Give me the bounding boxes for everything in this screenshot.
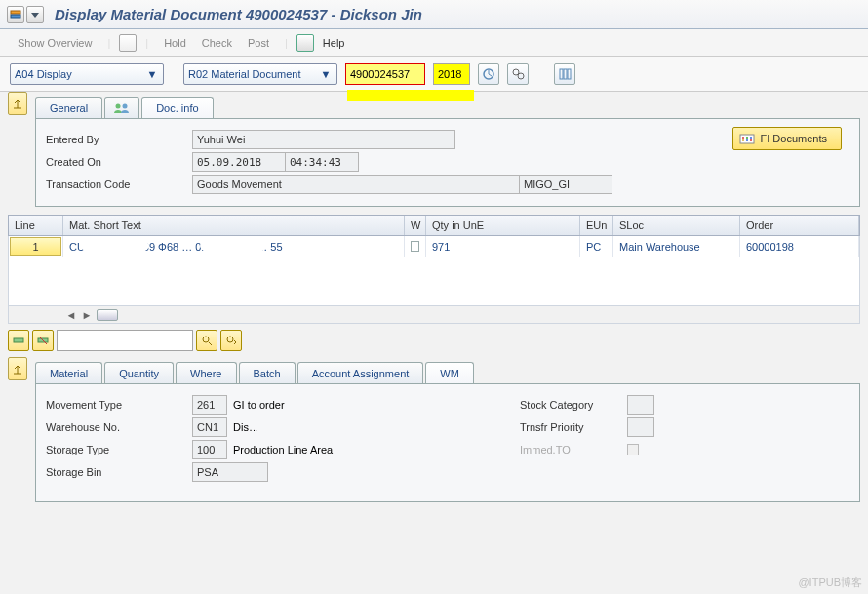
find-toolbar	[8, 330, 860, 351]
title-bar: Display Material Document 4900024537 - D…	[0, 0, 868, 29]
immed-checkbox	[627, 444, 639, 455]
created-on-label: Created On	[46, 156, 192, 168]
tab-docinfo[interactable]: Doc. info	[141, 97, 213, 118]
table-row[interactable]: 1 CU Length … 189 Φ68 … 0.75 … 15.5 … 55…	[8, 236, 860, 257]
find-btn-icon[interactable]	[196, 330, 217, 351]
stype-label: Storage Type	[46, 444, 192, 455]
order-value[interactable]: 60000198	[740, 236, 859, 257]
mvt-value: 261	[192, 395, 227, 415]
mvt-text: GI to order	[227, 399, 291, 411]
svg-point-14	[746, 137, 748, 139]
system-menu-icon[interactable]	[7, 6, 24, 23]
tab-material[interactable]: Material	[35, 362, 102, 383]
immed-label: Immed.TO	[520, 444, 627, 455]
whs-value: CN1	[192, 417, 227, 437]
fi-documents-button[interactable]: FI Documents	[732, 127, 842, 150]
tab-batch[interactable]: Batch	[239, 362, 296, 383]
tab-quantity[interactable]: Quantity	[104, 362, 174, 383]
scroll-right-icon[interactable]: ►	[79, 307, 95, 323]
entered-by-label: Entered By	[46, 134, 192, 145]
tabstrip-bottom: Material Quantity Where Batch Account As…	[35, 361, 860, 384]
watermark: @ITPUB博客	[798, 575, 862, 590]
tprio-value	[627, 417, 654, 437]
entered-by-value: Yuhui Wei	[192, 130, 455, 149]
tab-where[interactable]: Where	[176, 362, 236, 383]
mat-text[interactable]: CU Length … 189 Φ68 … 0.75 … 15.5 … 55	[63, 236, 405, 257]
svg-rect-9	[568, 69, 571, 79]
col-eun[interactable]: EUn	[580, 216, 613, 235]
tabstrip-top: General Doc. info	[35, 96, 860, 119]
grid-header: Line Mat. Short Text W Qty in UnE EUn SL…	[8, 215, 860, 236]
svg-point-10	[116, 103, 121, 108]
find-icon[interactable]	[507, 63, 529, 85]
docnum-input[interactable]: 4900024537	[345, 63, 425, 85]
tcode-value: MIGO_GI	[519, 175, 612, 194]
svg-point-15	[750, 137, 752, 139]
grid-hscroll[interactable]: ◄ ►	[8, 306, 860, 324]
line-number: 1	[10, 237, 61, 256]
wm-panel: Movement Type 261 GI to order Warehouse …	[35, 384, 860, 502]
dropdown-icon[interactable]	[26, 6, 44, 23]
mode-dropdown[interactable]: A04 Display▼	[10, 63, 164, 85]
svg-rect-1	[11, 15, 20, 18]
tab-general[interactable]: General	[35, 97, 102, 118]
mvt-label: Movement Type	[46, 399, 192, 411]
whs-label: Warehouse No.	[46, 421, 192, 433]
sloc-value[interactable]: Main Warehouse	[613, 236, 740, 257]
col-qty[interactable]: Qty in UnE	[426, 216, 580, 235]
window-title: Display Material Document 4900024537 - D…	[55, 6, 422, 22]
svg-point-13	[742, 137, 744, 139]
grid-empty	[8, 257, 860, 306]
menu-bar: Show Overview | | Hold Check Post | i He…	[0, 29, 868, 57]
col-sloc[interactable]: SLoc	[613, 216, 740, 235]
eun-value[interactable]: PC	[580, 236, 613, 257]
add-row-icon[interactable]	[8, 330, 29, 351]
scroll-left-icon[interactable]: ◄	[63, 307, 79, 323]
qty-value[interactable]: 971	[426, 236, 580, 257]
find-input[interactable]	[57, 330, 193, 351]
svg-rect-7	[560, 69, 563, 79]
menu-help[interactable]: Help	[315, 37, 353, 49]
doctype-dropdown[interactable]: R02 Material Document▼	[183, 63, 337, 85]
svg-point-22	[203, 337, 209, 342]
svg-point-18	[750, 139, 752, 141]
tab-partner-icon[interactable]	[104, 97, 139, 118]
menu-hold[interactable]: Hold	[156, 37, 194, 49]
col-line[interactable]: Line	[9, 216, 63, 235]
execute-icon[interactable]	[478, 63, 499, 85]
tcode-text: Goods Movement	[192, 175, 520, 194]
col-mat[interactable]: Mat. Short Text	[63, 216, 405, 235]
find-next-icon[interactable]	[220, 330, 242, 351]
fi-documents-icon	[739, 132, 755, 145]
svg-rect-8	[564, 69, 567, 79]
layout-icon[interactable]	[554, 63, 575, 85]
collapse-top-icon[interactable]	[8, 92, 27, 115]
col-order[interactable]: Order	[740, 216, 859, 235]
stockcat-value	[627, 395, 654, 415]
menu-check[interactable]: Check	[194, 37, 240, 49]
svg-rect-19	[14, 338, 23, 342]
tprio-label: Trnsfr Priority	[520, 421, 627, 433]
stockcat-label: Stock Category	[520, 399, 627, 411]
item-grid: Line Mat. Short Text W Qty in UnE EUn SL…	[8, 215, 860, 324]
svg-point-6	[518, 73, 524, 79]
tab-account[interactable]: Account Assignment	[297, 362, 424, 383]
svg-point-24	[227, 337, 233, 342]
menu-post[interactable]: Post	[240, 37, 277, 49]
year-input[interactable]: 2018	[433, 63, 470, 85]
docinfo-panel: Entered By Yuhui Wei Created On 05.09.20…	[35, 119, 860, 207]
collapse-bottom-icon[interactable]	[8, 357, 27, 380]
col-w[interactable]: W	[405, 216, 426, 235]
scroll-thumb[interactable]	[97, 309, 118, 321]
w-checkbox[interactable]	[405, 236, 426, 257]
sbin-label: Storage Bin	[46, 466, 192, 478]
tab-wm[interactable]: WM	[425, 362, 474, 383]
delete-row-icon[interactable]	[32, 330, 54, 351]
svg-rect-12	[740, 135, 754, 143]
tcode-label: Transaction Code	[46, 178, 192, 190]
stype-value: 100	[192, 440, 227, 459]
new-doc-icon[interactable]	[119, 34, 137, 52]
created-time-value: 04:34:43	[285, 152, 359, 172]
whs-text: Dis… … … …use	[227, 421, 393, 433]
menu-show-overview[interactable]: Show Overview	[10, 37, 99, 49]
